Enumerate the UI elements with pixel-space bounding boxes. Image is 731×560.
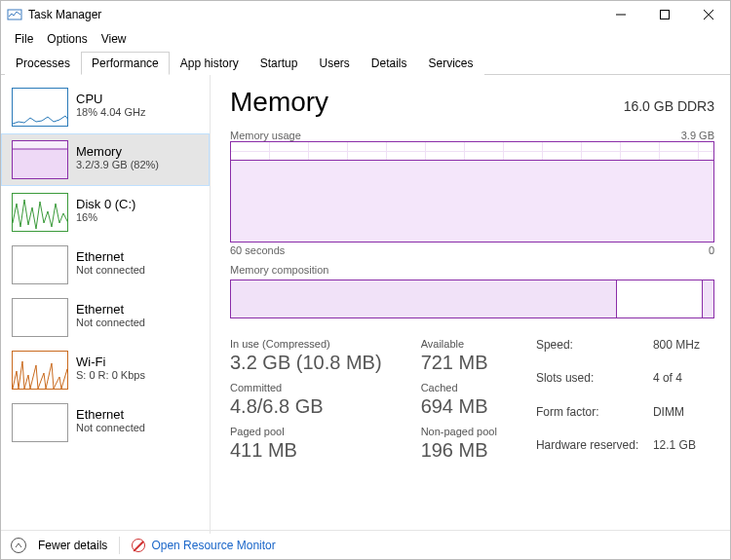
sidebar-item-label: Ethernet — [76, 249, 145, 264]
menu-file[interactable]: File — [9, 30, 39, 48]
chevron-up-icon[interactable] — [11, 538, 26, 553]
stats-kv: Speed: 800 MHz Slots used: 4 of 4 Form f… — [536, 338, 700, 467]
composition-label: Memory composition — [230, 264, 714, 276]
main-pane: Memory 16.0 GB DDR3 Memory usage 3.9 GB … — [211, 75, 730, 534]
wifi-sparkline-icon — [12, 351, 68, 390]
hw-value: 12.1 GB — [653, 438, 700, 467]
committed-label: Committed — [230, 382, 382, 393]
memory-usage-chart — [230, 141, 714, 243]
slots-value: 4 of 4 — [653, 371, 700, 400]
sidebar-item-sub: Not connected — [76, 264, 145, 276]
speed-label: Speed: — [536, 338, 653, 367]
maximize-button[interactable] — [642, 1, 686, 28]
sidebar-item-sub: 18% 4.04 GHz — [76, 106, 146, 118]
form-value: DIMM — [653, 405, 700, 434]
sidebar-item-sub: S: 0 R: 0 Kbps — [76, 369, 145, 381]
nonpaged-value: 196 MB — [421, 439, 497, 462]
svg-rect-2 — [660, 11, 669, 19]
page-title: Memory — [230, 87, 328, 118]
task-manager-icon — [7, 7, 22, 22]
committed-value: 4.8/6.8 GB — [230, 395, 382, 418]
cached-value: 694 MB — [421, 395, 497, 418]
titlebar: Task Manager — [1, 1, 730, 28]
window-title: Task Manager — [28, 8, 101, 21]
sidebar-item-label: Memory — [76, 144, 159, 159]
sidebar: CPU 18% 4.04 GHz Memory 3.2/3.9 GB (82%)… — [1, 75, 211, 534]
chart-label-left: Memory usage — [230, 130, 301, 141]
memory-sparkline-icon — [12, 140, 68, 179]
footer: Fewer details Open Resource Monitor — [1, 530, 730, 559]
open-resource-monitor-label: Open Resource Monitor — [151, 539, 275, 552]
sidebar-item-label: Ethernet — [76, 302, 145, 317]
sidebar-item-ethernet-1[interactable]: Ethernet Not connected — [1, 239, 210, 291]
sidebar-item-label: CPU — [76, 92, 146, 106]
resource-monitor-icon — [132, 539, 145, 552]
inuse-value: 3.2 GB (10.8 MB) — [230, 352, 382, 374]
tab-details[interactable]: Details — [361, 52, 418, 75]
slots-label: Slots used: — [536, 371, 653, 400]
tab-processes[interactable]: Processes — [5, 52, 81, 75]
memory-composition-chart — [230, 280, 714, 318]
avail-value: 721 MB — [421, 352, 497, 374]
sidebar-item-sub: 3.2/3.9 GB (82%) — [76, 159, 159, 170]
ethernet-sparkline-icon — [12, 298, 68, 337]
sidebar-item-wifi[interactable]: Wi-Fi S: 0 R: 0 Kbps — [1, 344, 210, 396]
cpu-sparkline-icon — [12, 88, 68, 127]
svg-rect-5 — [13, 149, 68, 179]
close-button[interactable] — [686, 1, 730, 28]
disk-sparkline-icon — [12, 193, 68, 232]
tab-services[interactable]: Services — [418, 52, 484, 75]
tab-bar: Processes Performance App history Startu… — [1, 52, 730, 75]
separator — [119, 537, 120, 554]
tab-startup[interactable]: Startup — [250, 52, 309, 75]
sidebar-item-memory[interactable]: Memory 3.2/3.9 GB (82%) — [1, 133, 210, 186]
sidebar-item-ethernet-2[interactable]: Ethernet Not connected — [1, 291, 210, 344]
form-label: Form factor: — [536, 405, 653, 434]
axis-right: 0 — [709, 244, 714, 256]
inuse-label: In use (Compressed) — [230, 338, 382, 350]
menu-view[interactable]: View — [96, 30, 133, 48]
stats-col-2: Available 721 MB Cached 694 MB Non-paged… — [421, 338, 497, 467]
sidebar-item-sub: Not connected — [76, 422, 145, 433]
speed-value: 800 MHz — [653, 338, 700, 367]
sidebar-item-label: Disk 0 (C:) — [76, 197, 135, 211]
chart-label-right: 3.9 GB — [681, 130, 714, 141]
hw-label: Hardware reserved: — [536, 438, 653, 467]
paged-value: 411 MB — [230, 439, 382, 462]
tab-app-history[interactable]: App history — [170, 52, 250, 75]
memory-capacity: 16.0 GB DDR3 — [624, 98, 714, 114]
sidebar-item-ethernet-3[interactable]: Ethernet Not connected — [1, 396, 210, 449]
cached-label: Cached — [421, 382, 497, 393]
sidebar-item-disk[interactable]: Disk 0 (C:) 16% — [1, 186, 210, 239]
tab-performance[interactable]: Performance — [81, 52, 170, 75]
ethernet-sparkline-icon — [12, 403, 68, 442]
sidebar-item-label: Wi-Fi — [76, 355, 145, 369]
sidebar-item-sub: Not connected — [76, 317, 145, 328]
menubar: File Options View — [1, 28, 730, 52]
ethernet-sparkline-icon — [12, 245, 68, 284]
minimize-button[interactable] — [598, 1, 642, 28]
sidebar-item-label: Ethernet — [76, 407, 145, 422]
axis-left: 60 seconds — [230, 244, 285, 256]
open-resource-monitor-link[interactable]: Open Resource Monitor — [132, 539, 275, 552]
sidebar-item-sub: 16% — [76, 211, 135, 223]
nonpaged-label: Non-paged pool — [421, 426, 497, 437]
menu-options[interactable]: Options — [41, 30, 93, 48]
fewer-details-link[interactable]: Fewer details — [38, 539, 107, 552]
tab-users[interactable]: Users — [308, 52, 360, 75]
stats-col-1: In use (Compressed) 3.2 GB (10.8 MB) Com… — [230, 338, 382, 467]
paged-label: Paged pool — [230, 426, 382, 437]
sidebar-item-cpu[interactable]: CPU 18% 4.04 GHz — [1, 81, 210, 133]
avail-label: Available — [421, 338, 497, 350]
